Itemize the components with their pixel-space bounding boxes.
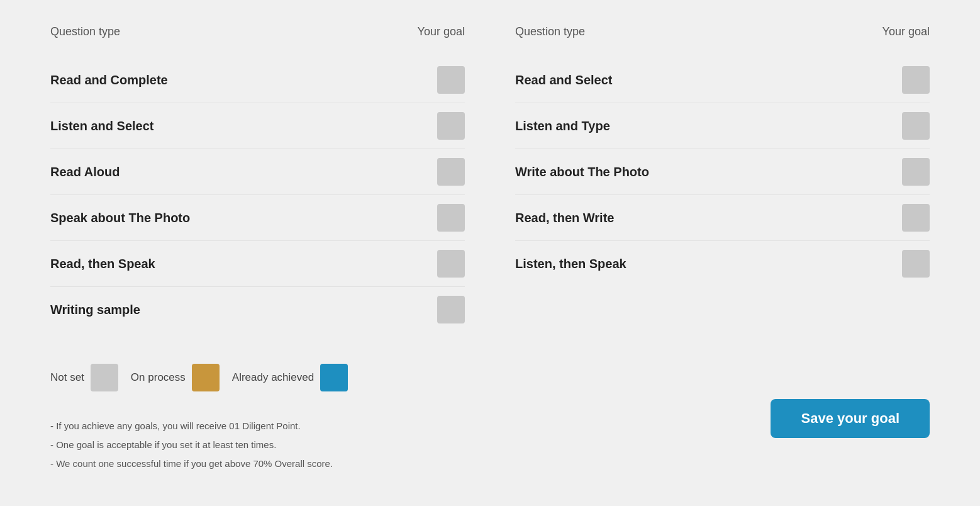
table-row: Read and Complete (50, 57, 465, 103)
left-header-row: Question type Your goal (50, 25, 465, 45)
goal-box-speak-photo[interactable] (437, 204, 465, 232)
note-1: - If you achieve any goals, you will rec… (50, 417, 348, 436)
right-header-row: Question type Your goal (515, 25, 930, 45)
legend-not-set-label: Not set (50, 371, 84, 384)
goal-box-listen-type[interactable] (902, 112, 930, 140)
table-row: Listen and Type (515, 103, 930, 149)
question-label: Speak about The Photo (50, 211, 190, 225)
question-label: Read and Select (515, 73, 613, 87)
table-row: Read and Select (515, 57, 930, 103)
question-label: Listen and Select (50, 119, 154, 133)
question-label: Read, then Speak (50, 257, 155, 271)
right-header-type: Question type (515, 25, 585, 38)
goal-box-writing-sample[interactable] (437, 296, 465, 323)
question-label: Writing sample (50, 303, 140, 317)
table-row: Read, then Speak (50, 241, 465, 287)
question-label: Write about The Photo (515, 165, 649, 179)
note-3: - We count one successful time if you ge… (50, 454, 348, 473)
legend-not-set: Not set (50, 364, 118, 391)
bottom-row: Not set On process Already achieved - If… (50, 364, 930, 473)
left-column: Question type Your goal Read and Complet… (50, 25, 465, 332)
question-columns: Question type Your goal Read and Complet… (50, 25, 930, 332)
legend-box-on-process (192, 364, 220, 391)
question-label: Listen, then Speak (515, 257, 626, 271)
table-row: Writing sample (50, 287, 465, 332)
left-bottom: Not set On process Already achieved - If… (50, 364, 348, 473)
goal-box-read-speak[interactable] (437, 250, 465, 278)
left-header-type: Question type (50, 25, 120, 38)
goal-box-write-photo[interactable] (902, 158, 930, 186)
legend-box-not-set (91, 364, 118, 391)
right-header-goal: Your goal (883, 25, 930, 38)
goal-box-listen-speak[interactable] (902, 250, 930, 278)
note-2: - One goal is acceptable if you set it a… (50, 436, 348, 454)
legend-on-process-label: On process (131, 371, 186, 384)
question-label: Read Aloud (50, 165, 120, 179)
goal-box-read-aloud[interactable] (437, 158, 465, 186)
save-goal-button[interactable]: Save your goal (771, 399, 930, 438)
legend-achieved: Already achieved (232, 364, 348, 391)
legend-box-achieved (320, 364, 348, 391)
goal-box-read-complete[interactable] (437, 66, 465, 94)
goal-box-read-write[interactable] (902, 204, 930, 232)
table-row: Listen and Select (50, 103, 465, 149)
right-column: Question type Your goal Read and Select … (515, 25, 930, 332)
goal-box-read-select[interactable] (902, 66, 930, 94)
main-container: Question type Your goal Read and Complet… (0, 0, 980, 506)
question-label: Read and Complete (50, 73, 168, 87)
legend-row: Not set On process Already achieved (50, 364, 348, 391)
notes-section: - If you achieve any goals, you will rec… (50, 417, 348, 473)
legend-on-process: On process (131, 364, 220, 391)
question-label: Read, then Write (515, 211, 614, 225)
left-header-goal: Your goal (418, 25, 465, 38)
table-row: Read Aloud (50, 149, 465, 195)
table-row: Read, then Write (515, 195, 930, 241)
legend-achieved-label: Already achieved (232, 371, 314, 384)
table-row: Write about The Photo (515, 149, 930, 195)
table-row: Speak about The Photo (50, 195, 465, 241)
question-label: Listen and Type (515, 119, 610, 133)
goal-box-listen-select[interactable] (437, 112, 465, 140)
table-row: Listen, then Speak (515, 241, 930, 286)
